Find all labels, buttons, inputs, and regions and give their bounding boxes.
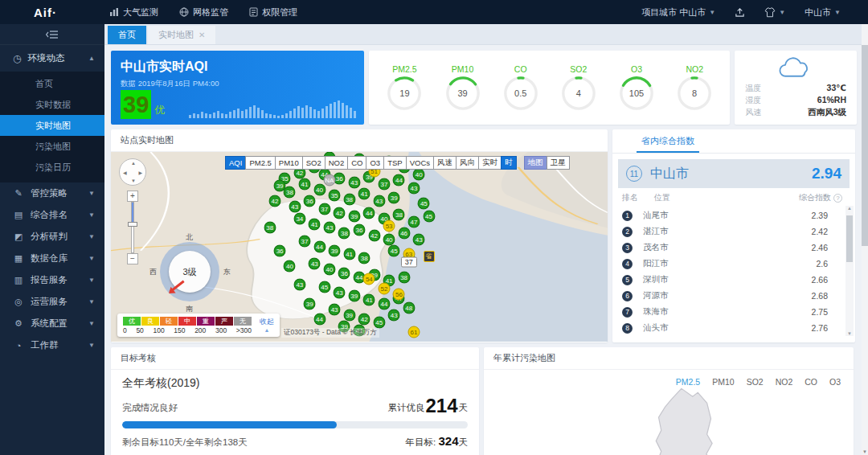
- station-marker[interactable]: 41: [309, 218, 321, 230]
- sidebar-subitem-首页[interactable]: 首页: [0, 73, 104, 94]
- tab-实时地图[interactable]: 实时地图✕: [148, 26, 215, 44]
- sidebar-collapse-icon[interactable]: [46, 30, 59, 39]
- station-marker[interactable]: 43: [329, 303, 341, 315]
- station-marker[interactable]: 56: [393, 289, 405, 301]
- station-marker[interactable]: 54: [363, 273, 375, 285]
- map-type-button-卫星[interactable]: 卫星: [547, 156, 570, 170]
- station-marker[interactable]: 43: [323, 222, 335, 234]
- station-marker[interactable]: 41: [363, 294, 375, 306]
- station-marker[interactable]: 42: [334, 207, 346, 219]
- station-marker[interactable]: 48: [403, 301, 415, 314]
- station-marker[interactable]: 36: [274, 244, 286, 256]
- station-marker[interactable]: 42: [358, 313, 371, 325]
- pollution-tab-O3[interactable]: O3: [829, 377, 841, 387]
- ranking-row-汕头市[interactable]: 8汕头市2.76: [612, 320, 845, 336]
- station-marker[interactable]: 42: [368, 229, 380, 241]
- map-layer-button-NO2[interactable]: NO2: [325, 156, 349, 170]
- sidebar-group-environment[interactable]: ◷ 环境动态 ▲: [0, 45, 104, 72]
- station-marker[interactable]: 45: [373, 317, 385, 329]
- map-layer-button-O3[interactable]: O3: [366, 156, 384, 170]
- station-marker[interactable]: 41: [299, 178, 311, 191]
- station-marker[interactable]: 43: [413, 233, 425, 245]
- station-marker[interactable]: 37: [299, 235, 311, 247]
- sidebar-item-工作群[interactable]: ◔工作群▼: [0, 334, 104, 356]
- station-marker[interactable]: 38: [338, 228, 350, 240]
- station-marker[interactable]: 38: [393, 208, 405, 220]
- station-marker[interactable]: 45: [388, 244, 400, 256]
- map-layer-button-PM2.5[interactable]: PM2.5: [245, 156, 275, 170]
- station-marker[interactable]: 36: [354, 223, 366, 236]
- pollution-tab-SO2[interactable]: SO2: [747, 377, 764, 387]
- ranking-row-深圳市[interactable]: 5深圳市2.66: [612, 272, 845, 288]
- station-marker[interactable]: 38: [264, 222, 276, 234]
- station-marker[interactable]: 46: [398, 228, 410, 240]
- map-layer-button-PM10[interactable]: PM10: [275, 156, 303, 170]
- sidebar-subitem-污染地图[interactable]: 污染地图: [0, 136, 104, 157]
- ranking-row-湛江市[interactable]: 2湛江市2.42: [612, 223, 845, 240]
- map-layer-button-TSP[interactable]: TSP: [383, 156, 406, 170]
- station-marker[interactable]: 43: [407, 182, 420, 194]
- station-marker[interactable]: 43: [289, 201, 301, 213]
- station-marker[interactable]: 36: [304, 195, 316, 207]
- station-marker[interactable]: 44: [363, 207, 375, 219]
- info-icon[interactable]: ?: [833, 194, 842, 203]
- station-marker[interactable]: NA: [323, 174, 335, 187]
- page-scrollbar[interactable]: ▼: [862, 24, 868, 455]
- station-marker[interactable]: 37: [401, 256, 417, 267]
- ranking-row-汕尾市[interactable]: 1汕尾市2.39: [612, 207, 845, 223]
- pan-left-icon[interactable]: ◀: [123, 170, 127, 175]
- pan-down-icon[interactable]: ▼: [131, 178, 136, 183]
- station-marker[interactable]: 40: [383, 233, 395, 245]
- station-marker[interactable]: 44: [378, 297, 390, 309]
- tab-province-index[interactable]: 省内综合指数: [637, 129, 699, 153]
- station-marker[interactable]: 38: [398, 271, 410, 283]
- station-marker[interactable]: 45: [318, 281, 330, 293]
- station-marker[interactable]: 39: [329, 244, 341, 256]
- sidebar-subitem-实时地图[interactable]: 实时地图: [0, 115, 104, 136]
- scroll-down-icon[interactable]: ▼: [845, 331, 854, 336]
- sidebar-subitem-污染日历[interactable]: 污染日历: [0, 157, 104, 178]
- pan-up-icon[interactable]: ▲: [131, 161, 136, 166]
- station-marker[interactable]: 41: [358, 187, 371, 199]
- sidebar-item-管控策略[interactable]: ✎管控策略▼: [0, 182, 104, 204]
- station-marker[interactable]: 38: [343, 194, 355, 206]
- station-marker[interactable]: 40: [413, 169, 425, 181]
- station-marker[interactable]: 43: [309, 258, 321, 270]
- station-marker[interactable]: 39: [388, 191, 400, 203]
- ranking-row-茂名市[interactable]: 3茂名市2.46: [612, 240, 845, 256]
- station-marker[interactable]: 43: [388, 309, 400, 321]
- station-marker[interactable]: 61: [407, 326, 420, 338]
- station-marker[interactable]: 41: [343, 248, 355, 260]
- top-menu-permission[interactable]: 权限管理: [249, 6, 297, 18]
- map-layer-button-风速[interactable]: 风速: [433, 156, 457, 170]
- station-marker[interactable]: 43: [373, 195, 385, 207]
- user-city-dropdown[interactable]: 中山市 ▼: [805, 6, 841, 18]
- map-layer-button-VOCs[interactable]: VOCs: [406, 156, 434, 170]
- station-marker[interactable]: 40: [284, 260, 296, 272]
- station-marker[interactable]: 42: [268, 195, 280, 207]
- station-marker[interactable]: 44: [313, 241, 326, 253]
- sidebar-item-运营服务[interactable]: ◎运营服务▼: [0, 291, 104, 313]
- station-marker[interactable]: 39: [274, 180, 286, 192]
- map-pan-control[interactable]: ▲ ▼ ◀ ▶: [119, 158, 146, 186]
- station-marker[interactable]: 47: [407, 216, 420, 228]
- station-marker[interactable]: 45: [423, 211, 435, 223]
- station-marker[interactable]: 39: [304, 297, 316, 309]
- station-marker[interactable]: 34: [293, 212, 305, 224]
- theme-dropdown[interactable]: ▼: [764, 7, 785, 18]
- station-marker[interactable]: 35: [329, 190, 341, 202]
- scroll-up-icon[interactable]: ▲: [845, 206, 854, 211]
- map-layer-button-风向[interactable]: 风向: [456, 156, 479, 170]
- project-city-dropdown[interactable]: 项目城市 中山市 ▼: [641, 6, 715, 18]
- station-marker[interactable]: 39: [348, 211, 360, 223]
- pollution-tab-PM2.5[interactable]: PM2.5: [676, 377, 700, 387]
- close-icon[interactable]: ✕: [199, 31, 205, 39]
- current-city-row[interactable]: 11 中山市 2.94: [618, 159, 850, 188]
- zoom-slider-thumb[interactable]: [128, 222, 137, 227]
- station-marker[interactable]: 38: [358, 252, 371, 264]
- ranking-scrollbar[interactable]: ▲ ▼: [845, 206, 854, 336]
- legend-collapse-button[interactable]: 收起 ▲: [260, 317, 274, 334]
- station-marker[interactable]: 37: [318, 203, 330, 215]
- station-marker[interactable]: 40: [313, 184, 326, 196]
- top-menu-atmosphere[interactable]: 大气监测: [109, 6, 158, 18]
